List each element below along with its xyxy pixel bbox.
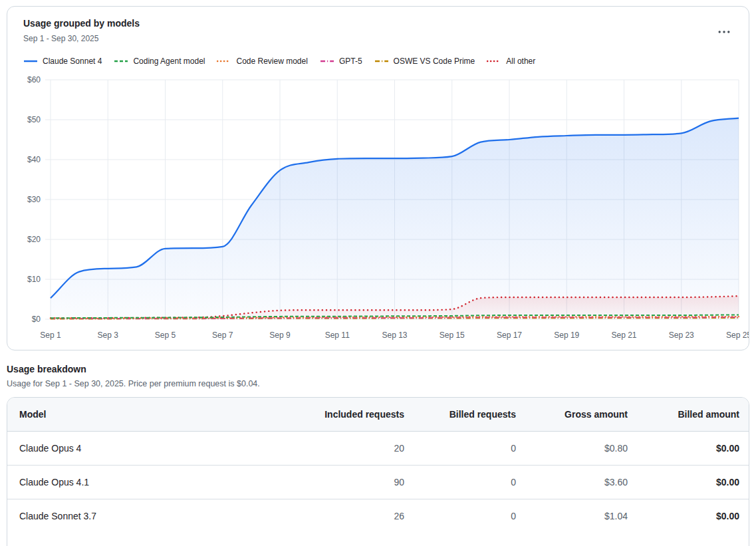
svg-text:$0: $0 bbox=[32, 315, 41, 324]
kebab-horizontal-icon bbox=[718, 30, 730, 34]
table-row: Claude Sonnet 3.7260$1.04$0.00 bbox=[7, 499, 749, 533]
kebab-menu-button[interactable] bbox=[714, 24, 734, 40]
legend-swatch-all-other bbox=[487, 59, 501, 63]
svg-text:$50: $50 bbox=[27, 115, 41, 124]
svg-text:Sep 19: Sep 19 bbox=[554, 331, 579, 340]
svg-text:Sep 11: Sep 11 bbox=[325, 331, 350, 340]
legend-item-oswe-vs-code-prime: OSWE VS Code Prime bbox=[374, 57, 475, 66]
legend-label: Claude Sonnet 4 bbox=[43, 57, 102, 66]
legend-item-code-review-model: Code Review model bbox=[217, 57, 307, 66]
legend-item-all-other: All other bbox=[487, 57, 535, 66]
legend-label: GPT-5 bbox=[339, 57, 362, 66]
model-cell: Claude Opus 4.1 bbox=[7, 466, 302, 499]
legend-item-coding-agent-model: Coding Agent model bbox=[114, 57, 205, 66]
column-header-included-requests: Included requests bbox=[302, 398, 414, 432]
usage-breakdown-table-card: ModelIncluded requestsBilled requestsGro… bbox=[7, 397, 749, 546]
table-header: ModelIncluded requestsBilled requestsGro… bbox=[7, 398, 749, 432]
billed-amount-cell: $0.00 bbox=[637, 432, 749, 466]
svg-text:Sep 3: Sep 3 bbox=[98, 331, 119, 340]
svg-text:Sep 9: Sep 9 bbox=[269, 331, 291, 340]
legend-item-gpt-5: GPT-5 bbox=[320, 57, 362, 66]
gross-amount-cell: $1.04 bbox=[525, 499, 637, 533]
legend-swatch-oswe-vs-code-prime bbox=[374, 59, 389, 63]
usage-breakdown-table: ModelIncluded requestsBilled requestsGro… bbox=[7, 398, 749, 533]
svg-text:Sep 5: Sep 5 bbox=[155, 331, 176, 340]
svg-text:$10: $10 bbox=[27, 275, 41, 284]
billed-requests-cell: 0 bbox=[414, 432, 525, 466]
gross-amount-cell: $3.60 bbox=[525, 466, 637, 499]
included-requests-cell: 20 bbox=[302, 432, 414, 466]
svg-text:$30: $30 bbox=[27, 195, 41, 204]
column-header-gross-amount: Gross amount bbox=[525, 398, 637, 432]
svg-text:Sep 15: Sep 15 bbox=[440, 331, 465, 340]
model-cell: Claude Opus 4 bbox=[7, 432, 302, 466]
svg-text:Sep 1: Sep 1 bbox=[40, 331, 61, 340]
column-header-model: Model bbox=[7, 398, 302, 432]
breakdown-subtitle: Usage for Sep 1 - Sep 30, 2025. Price pe… bbox=[7, 379, 756, 388]
gross-amount-cell: $0.80 bbox=[525, 432, 637, 466]
included-requests-cell: 26 bbox=[302, 499, 414, 533]
legend-swatch-code-review-model bbox=[217, 59, 231, 63]
table-row: Claude Opus 4200$0.80$0.00 bbox=[7, 432, 749, 466]
billed-amount-cell: $0.00 bbox=[637, 499, 749, 533]
column-header-billed-requests: Billed requests bbox=[414, 398, 525, 432]
billed-requests-cell: 0 bbox=[414, 466, 525, 499]
svg-text:Sep 23: Sep 23 bbox=[669, 331, 694, 340]
svg-text:Sep 21: Sep 21 bbox=[611, 331, 636, 340]
legend-item-claude-sonnet-4: Claude Sonnet 4 bbox=[23, 57, 102, 66]
column-header-billed-amount: Billed amount bbox=[637, 398, 749, 432]
legend-label: All other bbox=[506, 57, 535, 66]
billed-requests-cell: 0 bbox=[414, 499, 525, 533]
legend-swatch-coding-agent-model bbox=[114, 59, 128, 63]
billed-amount-cell: $0.00 bbox=[637, 466, 749, 499]
usage-chart: $0$10$20$30$40$50$60Sep 1Sep 3Sep 5Sep 7… bbox=[7, 73, 749, 346]
usage-chart-card: Usage grouped by models Sep 1 - Sep 30, … bbox=[7, 6, 749, 350]
legend-label: Coding Agent model bbox=[133, 57, 205, 66]
breakdown-title: Usage breakdown bbox=[7, 364, 756, 374]
legend-swatch-claude-sonnet-4 bbox=[23, 59, 38, 63]
included-requests-cell: 90 bbox=[302, 466, 414, 499]
legend-label: OSWE VS Code Prime bbox=[394, 57, 475, 66]
chart-date-range: Sep 1 - Sep 30, 2025 bbox=[23, 34, 98, 43]
chart-legend: Claude Sonnet 4Coding Agent modelCode Re… bbox=[23, 57, 535, 66]
svg-text:Sep 7: Sep 7 bbox=[212, 331, 233, 340]
table-body: Claude Opus 4200$0.80$0.00Claude Opus 4.… bbox=[7, 432, 749, 533]
legend-swatch-gpt-5 bbox=[320, 59, 334, 63]
svg-text:$20: $20 bbox=[27, 235, 41, 244]
chart-title: Usage grouped by models bbox=[23, 18, 140, 29]
svg-text:Sep 25: Sep 25 bbox=[726, 331, 749, 340]
model-cell: Claude Sonnet 3.7 bbox=[7, 499, 302, 533]
table-row: Claude Opus 4.1900$3.60$0.00 bbox=[7, 466, 749, 499]
svg-text:Sep 17: Sep 17 bbox=[497, 331, 522, 340]
svg-text:$40: $40 bbox=[27, 155, 41, 164]
svg-text:Sep 13: Sep 13 bbox=[382, 331, 407, 340]
svg-text:$60: $60 bbox=[27, 75, 41, 84]
legend-label: Code Review model bbox=[236, 57, 307, 66]
